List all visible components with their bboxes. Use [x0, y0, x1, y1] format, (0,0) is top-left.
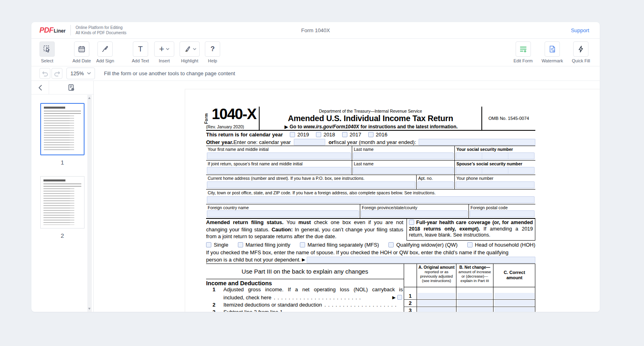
spouse-ssn-input[interactable]: [456, 167, 535, 174]
single-checkbox[interactable]: [206, 242, 211, 247]
document-gear-icon: [67, 84, 75, 92]
treasury-line: Department of the Treasury—Internal Reve…: [260, 109, 481, 113]
form-number: 1040-X: [212, 106, 256, 123]
nol-carryback-checkbox[interactable]: [397, 295, 402, 300]
document-title: Form 1040X: [31, 27, 600, 33]
chevron-down-icon: [166, 48, 169, 50]
edit-form-icon: [519, 45, 528, 54]
app-body: 1 2 Form 1040-X (Rev. January 2020: [31, 81, 600, 312]
help-button[interactable]: ? Help: [205, 41, 220, 63]
home-address-input[interactable]: [207, 181, 415, 188]
edit-form-button[interactable]: Edit Form: [514, 41, 533, 63]
form-title: Amended U.S. Individual Income Tax Retur…: [260, 114, 481, 123]
form-goto-line: ▶Go to www.irs.gov/Form1040X for instruc…: [260, 124, 481, 130]
question-mark-icon: ?: [211, 45, 215, 53]
sidebar-header: [31, 81, 93, 95]
mfs-note-line2: person is a child but not your dependent…: [206, 256, 535, 264]
line1-col-c-input[interactable]: [494, 293, 535, 299]
plus-icon: +: [159, 45, 164, 53]
line-3-text: 3 Subtract line 2 from line 1 . . . . . …: [206, 308, 404, 312]
first-name-input[interactable]: [207, 152, 351, 159]
zoom-level-value: 125%: [70, 70, 84, 76]
omb-number: OMB No. 1545-0074: [482, 107, 535, 130]
toolbar-hint-text: Fill the form or use another tools to ch…: [104, 70, 235, 76]
amounts-table: Use Part III on the back to explain any …: [206, 264, 535, 312]
select-tool-button[interactable]: Select: [39, 41, 55, 63]
head-of-household-checkbox[interactable]: [467, 242, 473, 247]
undo-button[interactable]: [39, 68, 50, 79]
support-link[interactable]: Support: [571, 27, 589, 33]
mfs-note-line1: If you checked the MFS box, enter the na…: [206, 249, 535, 256]
document-canvas: Form 1040-X (Rev. January 2020) Departme…: [94, 81, 600, 312]
spouse-or-child-name-input[interactable]: [307, 257, 535, 263]
page-thumbnail-1[interactable]: [40, 103, 85, 155]
add-date-button[interactable]: Add Date: [72, 41, 91, 63]
line1-col-a-input[interactable]: [418, 293, 455, 299]
quick-fill-button[interactable]: Quick Fill: [572, 41, 590, 63]
spouse-name-row: If joint return, spouse’s first name and…: [206, 161, 535, 175]
pages-sidebar: 1 2: [31, 81, 94, 312]
line2-col-a-input[interactable]: [418, 300, 455, 306]
page-thumbnails: 1 2: [31, 95, 93, 249]
spouse-last-name-input[interactable]: [353, 167, 454, 174]
line3-col-b-input[interactable]: [457, 307, 492, 312]
foreign-postal-input[interactable]: [470, 210, 535, 217]
table-row: 3: [404, 307, 535, 312]
qualifying-widow-checkbox[interactable]: [388, 242, 394, 247]
foreign-address-row: Foreign country name Foreign province/st…: [206, 204, 535, 219]
city-state-zip-input[interactable]: [207, 196, 535, 203]
spouse-first-name-input[interactable]: [207, 167, 351, 174]
health-coverage-box: Full-year health care coverage (or, for …: [407, 219, 535, 241]
line-2-text: 2 Itemized deductions or standard deduct…: [206, 301, 404, 308]
calendar-year-label: This return is for calendar year: [206, 132, 283, 138]
amount-columns: A. Original amount reported or as previo…: [404, 264, 535, 312]
filing-status-options: Single Married filing jointly Married fi…: [206, 241, 535, 249]
main-toolbar: Select Add Date Add Sign T Add Text: [31, 39, 600, 66]
married-jointly-checkbox[interactable]: [238, 242, 243, 247]
foreign-province-input[interactable]: [361, 210, 468, 217]
phone-number-input[interactable]: [456, 181, 535, 188]
select-cursor-icon: [43, 45, 52, 54]
apt-number-input[interactable]: [417, 181, 454, 188]
form-word-vertical: Form: [204, 113, 208, 124]
line2-col-c-input[interactable]: [494, 300, 535, 306]
scroll-down-arrow-icon[interactable]: [88, 308, 91, 310]
income-deductions-heading: Income and Deductions: [206, 279, 404, 286]
redo-button[interactable]: [52, 68, 62, 79]
year-2017-checkbox[interactable]: [342, 132, 347, 137]
line3-col-c-input[interactable]: [494, 307, 535, 312]
arrow-right-icon: ▶: [392, 295, 396, 300]
health-coverage-checkbox[interactable]: [409, 220, 414, 225]
page-thumbnail-2[interactable]: [40, 176, 85, 229]
watermark-button[interactable]: Watermark: [541, 41, 563, 63]
highlight-button[interactable]: Highlight: [180, 41, 200, 63]
fiscal-year-input[interactable]: [419, 139, 535, 145]
zoom-level-select[interactable]: 125%: [66, 68, 95, 79]
married-separately-checkbox[interactable]: [300, 242, 305, 247]
sub-toolbar: 125% Fill the form or use another tools …: [31, 66, 600, 81]
scroll-up-arrow-icon[interactable]: [88, 97, 91, 99]
sidebar-scrollbar[interactable]: [87, 95, 92, 312]
page-settings-button[interactable]: [49, 84, 93, 92]
page-number-label: 2: [61, 232, 64, 239]
year-2019-checkbox[interactable]: [290, 132, 295, 137]
line-1-text-continued: included, check here . . . . . . . . . .…: [206, 294, 404, 301]
add-text-button[interactable]: T Add Text: [132, 41, 149, 63]
signature-pen-icon: [101, 45, 109, 54]
foreign-country-input[interactable]: [207, 210, 359, 217]
arrow-right-icon: ▶: [302, 257, 305, 262]
year-2018-checkbox[interactable]: [316, 132, 321, 137]
line1-col-b-input[interactable]: [457, 293, 492, 299]
form-1040x-page: Form 1040-X (Rev. January 2020) Departme…: [185, 89, 600, 312]
other-calendar-year-input[interactable]: [294, 139, 325, 145]
ssn-input[interactable]: [456, 152, 535, 159]
collapse-sidebar-button[interactable]: [31, 81, 49, 94]
line3-col-a-input[interactable]: [418, 307, 455, 312]
last-name-input[interactable]: [353, 152, 454, 159]
city-row: City, town or post office, state, and ZI…: [206, 189, 535, 204]
chevron-left-icon: [38, 84, 42, 91]
add-sign-button[interactable]: Add Sign: [96, 41, 114, 63]
insert-button[interactable]: + Insert: [154, 41, 174, 63]
year-2016-checkbox[interactable]: [368, 132, 374, 137]
line2-col-b-input[interactable]: [457, 300, 492, 306]
